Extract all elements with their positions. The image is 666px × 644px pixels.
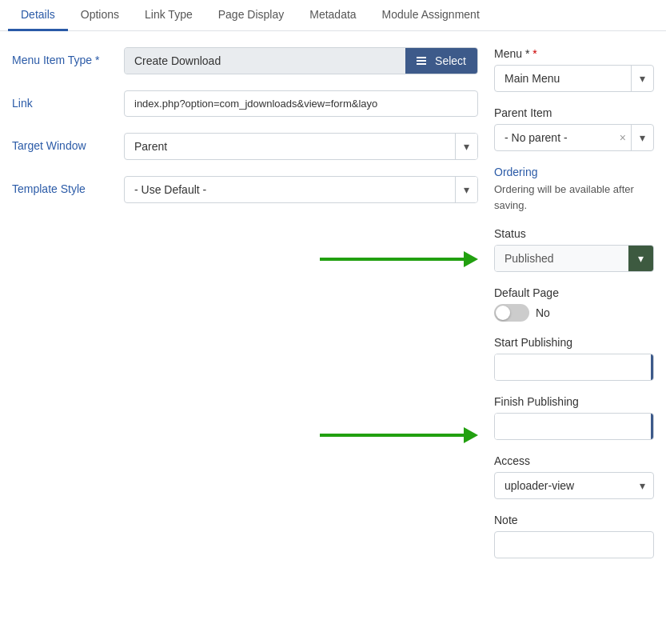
start-publishing-input[interactable] xyxy=(495,354,651,380)
menu-item-type-label: Menu Item Type * xyxy=(12,47,124,66)
target-window-dropdown[interactable]: Parent ▾ xyxy=(124,133,478,160)
menu-item-type-row: Menu Item Type * Create Download Select xyxy=(12,47,478,74)
parent-item-value: - No parent - xyxy=(495,125,615,150)
content-area: Menu Item Type * Create Download Select xyxy=(0,31,666,589)
status-label: Status xyxy=(494,227,654,240)
target-window-chevron[interactable]: ▾ xyxy=(455,134,477,159)
arrow-line-status xyxy=(320,258,464,261)
menu-chevron-icon[interactable]: ▾ xyxy=(631,66,653,91)
menu-item-type-value: Create Download xyxy=(125,48,405,74)
target-window-control: Parent ▾ xyxy=(124,133,478,160)
menu-dropdown-value: Main Menu xyxy=(495,66,631,91)
start-publishing-input-wrap: 📅 xyxy=(494,354,654,381)
tab-details[interactable]: Details xyxy=(8,0,68,31)
template-style-dropdown[interactable]: - Use Default - ▾ xyxy=(124,176,478,203)
parent-item-label: Parent Item xyxy=(494,106,654,119)
link-row: Link xyxy=(12,90,478,117)
tab-moduleassignment[interactable]: Module Assignment xyxy=(369,0,493,31)
tabs-bar: Details Options Link Type Page Display M… xyxy=(0,0,666,31)
parent-item-field: Parent Item - No parent - × ▾ xyxy=(494,106,654,151)
default-page-field: Default Page No xyxy=(494,286,654,322)
parent-item-chevron-icon[interactable]: ▾ xyxy=(631,125,653,150)
target-window-value: Parent xyxy=(125,134,455,159)
finish-publishing-label: Finish Publishing xyxy=(494,395,654,408)
access-value: uploader-view xyxy=(495,473,632,498)
parent-item-clear-icon[interactable]: × xyxy=(615,125,631,150)
menu-dropdown[interactable]: Main Menu ▾ xyxy=(494,65,654,92)
target-window-row: Target Window Parent ▾ xyxy=(12,133,478,160)
template-style-chevron[interactable]: ▾ xyxy=(455,177,477,202)
menu-item-type-wrap: Create Download Select xyxy=(124,47,478,74)
select-btn-label: Select xyxy=(435,54,466,67)
template-style-control: - Use Default - ▾ xyxy=(124,176,478,203)
link-input[interactable] xyxy=(124,90,478,117)
access-label: Access xyxy=(494,454,654,467)
tab-options[interactable]: Options xyxy=(68,0,132,31)
tab-metadata[interactable]: Metadata xyxy=(297,0,369,31)
access-chevron-icon[interactable]: ▾ xyxy=(632,473,653,498)
ordering-field: Ordering Ordering will be available afte… xyxy=(494,166,654,213)
status-arrow-btn[interactable]: ▾ xyxy=(628,246,653,271)
arrow-head-status xyxy=(464,251,478,267)
finish-publishing-field: Finish Publishing 📅 xyxy=(494,395,654,440)
tab-linktype[interactable]: Link Type xyxy=(132,0,205,31)
arrow-container-status xyxy=(12,235,478,283)
ordering-label: Ordering xyxy=(494,166,654,178)
tab-pagedisplay[interactable]: Page Display xyxy=(205,0,297,31)
target-window-label: Target Window xyxy=(12,133,124,152)
status-field: Status Published ▾ xyxy=(494,227,654,272)
access-field: Access uploader-view ▾ xyxy=(494,454,654,499)
status-value: Published xyxy=(495,246,628,271)
status-dropdown[interactable]: Published ▾ xyxy=(494,245,654,272)
note-field: Note xyxy=(494,514,654,558)
note-input[interactable] xyxy=(494,531,654,558)
green-arrow-status xyxy=(320,251,478,267)
select-button[interactable]: Select xyxy=(405,48,477,74)
finish-publishing-input[interactable] xyxy=(495,414,651,439)
default-page-label: Default Page xyxy=(494,286,654,299)
list-icon xyxy=(417,57,426,65)
finish-publishing-input-wrap: 📅 xyxy=(494,413,654,440)
template-style-value: - Use Default - xyxy=(125,177,455,202)
finish-publishing-calendar-btn[interactable]: 📅 xyxy=(651,414,654,439)
arrow-line-access xyxy=(320,434,464,437)
arrow-container-access xyxy=(12,411,478,459)
template-style-label: Template Style xyxy=(12,176,124,195)
start-publishing-calendar-btn[interactable]: 📅 xyxy=(651,354,654,380)
access-dropdown[interactable]: uploader-view ▾ xyxy=(494,472,654,499)
template-style-row: Template Style - Use Default - ▾ xyxy=(12,176,478,203)
start-publishing-field: Start Publishing 📅 xyxy=(494,336,654,381)
start-publishing-label: Start Publishing xyxy=(494,336,654,349)
default-page-toggle[interactable] xyxy=(494,304,529,322)
menu-field-label: Menu * xyxy=(494,47,654,60)
toggle-knob xyxy=(496,306,510,320)
link-control xyxy=(124,90,478,117)
green-arrow-access xyxy=(320,427,478,443)
default-page-value: No xyxy=(536,306,550,319)
parent-item-dropdown[interactable]: - No parent - × ▾ xyxy=(494,124,654,151)
menu-item-type-control: Create Download Select xyxy=(124,47,478,74)
left-panel: Menu Item Type * Create Download Select xyxy=(12,47,494,573)
link-label: Link xyxy=(12,90,124,110)
menu-field: Menu * Main Menu ▾ xyxy=(494,47,654,92)
arrow-head-access xyxy=(464,427,478,443)
default-page-toggle-wrap: No xyxy=(494,304,654,322)
right-panel: Menu * Main Menu ▾ Parent Item - No pare… xyxy=(494,47,654,573)
ordering-description: Ordering will be available after saving. xyxy=(494,182,654,213)
page-container: Details Options Link Type Page Display M… xyxy=(0,0,666,644)
note-label: Note xyxy=(494,514,654,526)
